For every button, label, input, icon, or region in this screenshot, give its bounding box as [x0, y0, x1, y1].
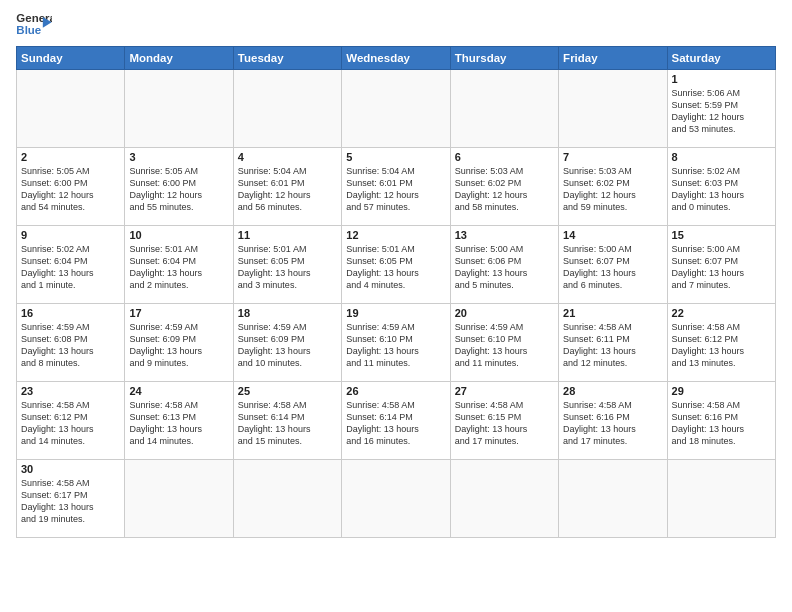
day-number: 27 [455, 385, 554, 397]
day-number: 8 [672, 151, 771, 163]
calendar-cell: 5Sunrise: 5:04 AM Sunset: 6:01 PM Daylig… [342, 148, 450, 226]
calendar-week-6: 30Sunrise: 4:58 AM Sunset: 6:17 PM Dayli… [17, 460, 776, 538]
day-info: Sunrise: 4:58 AM Sunset: 6:12 PM Dayligh… [21, 399, 120, 448]
day-number: 26 [346, 385, 445, 397]
calendar-page: General Blue SundayMondayTuesdayWednesda… [0, 0, 792, 612]
day-info: Sunrise: 4:58 AM Sunset: 6:11 PM Dayligh… [563, 321, 662, 370]
calendar-cell: 25Sunrise: 4:58 AM Sunset: 6:14 PM Dayli… [233, 382, 341, 460]
weekday-row: SundayMondayTuesdayWednesdayThursdayFrid… [17, 47, 776, 70]
calendar-cell: 1Sunrise: 5:06 AM Sunset: 5:59 PM Daylig… [667, 70, 775, 148]
day-info: Sunrise: 4:59 AM Sunset: 6:09 PM Dayligh… [129, 321, 228, 370]
day-info: Sunrise: 5:04 AM Sunset: 6:01 PM Dayligh… [346, 165, 445, 214]
day-info: Sunrise: 5:00 AM Sunset: 6:07 PM Dayligh… [563, 243, 662, 292]
day-number: 28 [563, 385, 662, 397]
calendar-cell: 14Sunrise: 5:00 AM Sunset: 6:07 PM Dayli… [559, 226, 667, 304]
day-info: Sunrise: 5:05 AM Sunset: 6:00 PM Dayligh… [129, 165, 228, 214]
day-info: Sunrise: 4:58 AM Sunset: 6:16 PM Dayligh… [563, 399, 662, 448]
calendar-week-1: 1Sunrise: 5:06 AM Sunset: 5:59 PM Daylig… [17, 70, 776, 148]
calendar-cell: 20Sunrise: 4:59 AM Sunset: 6:10 PM Dayli… [450, 304, 558, 382]
day-info: Sunrise: 4:58 AM Sunset: 6:17 PM Dayligh… [21, 477, 120, 526]
day-info: Sunrise: 4:59 AM Sunset: 6:09 PM Dayligh… [238, 321, 337, 370]
day-info: Sunrise: 5:01 AM Sunset: 6:05 PM Dayligh… [238, 243, 337, 292]
calendar-cell: 18Sunrise: 4:59 AM Sunset: 6:09 PM Dayli… [233, 304, 341, 382]
day-info: Sunrise: 4:59 AM Sunset: 6:08 PM Dayligh… [21, 321, 120, 370]
weekday-header-monday: Monday [125, 47, 233, 70]
day-number: 18 [238, 307, 337, 319]
day-info: Sunrise: 5:01 AM Sunset: 6:05 PM Dayligh… [346, 243, 445, 292]
calendar-cell: 30Sunrise: 4:58 AM Sunset: 6:17 PM Dayli… [17, 460, 125, 538]
day-number: 6 [455, 151, 554, 163]
calendar-cell: 22Sunrise: 4:58 AM Sunset: 6:12 PM Dayli… [667, 304, 775, 382]
weekday-header-tuesday: Tuesday [233, 47, 341, 70]
day-number: 5 [346, 151, 445, 163]
day-number: 17 [129, 307, 228, 319]
calendar-cell [450, 70, 558, 148]
generalblue-logo-icon: General Blue [16, 10, 52, 40]
calendar-cell [450, 460, 558, 538]
calendar-cell: 8Sunrise: 5:02 AM Sunset: 6:03 PM Daylig… [667, 148, 775, 226]
header: General Blue [16, 10, 776, 40]
calendar-cell: 6Sunrise: 5:03 AM Sunset: 6:02 PM Daylig… [450, 148, 558, 226]
calendar-cell [233, 70, 341, 148]
day-number: 2 [21, 151, 120, 163]
calendar-cell: 23Sunrise: 4:58 AM Sunset: 6:12 PM Dayli… [17, 382, 125, 460]
day-info: Sunrise: 5:05 AM Sunset: 6:00 PM Dayligh… [21, 165, 120, 214]
calendar-cell: 12Sunrise: 5:01 AM Sunset: 6:05 PM Dayli… [342, 226, 450, 304]
weekday-header-thursday: Thursday [450, 47, 558, 70]
day-number: 11 [238, 229, 337, 241]
day-info: Sunrise: 5:02 AM Sunset: 6:03 PM Dayligh… [672, 165, 771, 214]
day-number: 23 [21, 385, 120, 397]
day-number: 16 [21, 307, 120, 319]
day-number: 24 [129, 385, 228, 397]
day-number: 25 [238, 385, 337, 397]
day-number: 10 [129, 229, 228, 241]
day-number: 13 [455, 229, 554, 241]
day-number: 12 [346, 229, 445, 241]
calendar-cell: 24Sunrise: 4:58 AM Sunset: 6:13 PM Dayli… [125, 382, 233, 460]
calendar-cell: 28Sunrise: 4:58 AM Sunset: 6:16 PM Dayli… [559, 382, 667, 460]
calendar-cell: 19Sunrise: 4:59 AM Sunset: 6:10 PM Dayli… [342, 304, 450, 382]
calendar-header: SundayMondayTuesdayWednesdayThursdayFrid… [17, 47, 776, 70]
calendar-cell: 3Sunrise: 5:05 AM Sunset: 6:00 PM Daylig… [125, 148, 233, 226]
day-info: Sunrise: 5:02 AM Sunset: 6:04 PM Dayligh… [21, 243, 120, 292]
day-info: Sunrise: 4:58 AM Sunset: 6:13 PM Dayligh… [129, 399, 228, 448]
calendar-cell: 16Sunrise: 4:59 AM Sunset: 6:08 PM Dayli… [17, 304, 125, 382]
calendar-week-2: 2Sunrise: 5:05 AM Sunset: 6:00 PM Daylig… [17, 148, 776, 226]
calendar-cell [342, 460, 450, 538]
weekday-header-sunday: Sunday [17, 47, 125, 70]
calendar-cell: 11Sunrise: 5:01 AM Sunset: 6:05 PM Dayli… [233, 226, 341, 304]
calendar-cell: 15Sunrise: 5:00 AM Sunset: 6:07 PM Dayli… [667, 226, 775, 304]
calendar-cell [233, 460, 341, 538]
day-number: 14 [563, 229, 662, 241]
calendar-body: 1Sunrise: 5:06 AM Sunset: 5:59 PM Daylig… [17, 70, 776, 538]
weekday-header-saturday: Saturday [667, 47, 775, 70]
calendar-cell: 2Sunrise: 5:05 AM Sunset: 6:00 PM Daylig… [17, 148, 125, 226]
calendar-cell: 21Sunrise: 4:58 AM Sunset: 6:11 PM Dayli… [559, 304, 667, 382]
calendar-cell: 7Sunrise: 5:03 AM Sunset: 6:02 PM Daylig… [559, 148, 667, 226]
calendar-cell: 13Sunrise: 5:00 AM Sunset: 6:06 PM Dayli… [450, 226, 558, 304]
day-info: Sunrise: 5:04 AM Sunset: 6:01 PM Dayligh… [238, 165, 337, 214]
calendar-table: SundayMondayTuesdayWednesdayThursdayFrid… [16, 46, 776, 538]
day-info: Sunrise: 5:00 AM Sunset: 6:07 PM Dayligh… [672, 243, 771, 292]
day-number: 19 [346, 307, 445, 319]
day-info: Sunrise: 5:03 AM Sunset: 6:02 PM Dayligh… [455, 165, 554, 214]
calendar-cell [667, 460, 775, 538]
day-number: 30 [21, 463, 120, 475]
calendar-cell [559, 460, 667, 538]
logo: General Blue [16, 10, 52, 40]
calendar-cell [125, 460, 233, 538]
calendar-cell: 17Sunrise: 4:59 AM Sunset: 6:09 PM Dayli… [125, 304, 233, 382]
day-info: Sunrise: 4:59 AM Sunset: 6:10 PM Dayligh… [455, 321, 554, 370]
weekday-header-friday: Friday [559, 47, 667, 70]
calendar-cell: 26Sunrise: 4:58 AM Sunset: 6:14 PM Dayli… [342, 382, 450, 460]
day-number: 1 [672, 73, 771, 85]
day-number: 22 [672, 307, 771, 319]
calendar-cell [559, 70, 667, 148]
day-number: 21 [563, 307, 662, 319]
day-number: 7 [563, 151, 662, 163]
day-info: Sunrise: 4:58 AM Sunset: 6:16 PM Dayligh… [672, 399, 771, 448]
calendar-cell [125, 70, 233, 148]
day-info: Sunrise: 4:58 AM Sunset: 6:15 PM Dayligh… [455, 399, 554, 448]
calendar-week-3: 9Sunrise: 5:02 AM Sunset: 6:04 PM Daylig… [17, 226, 776, 304]
calendar-week-5: 23Sunrise: 4:58 AM Sunset: 6:12 PM Dayli… [17, 382, 776, 460]
